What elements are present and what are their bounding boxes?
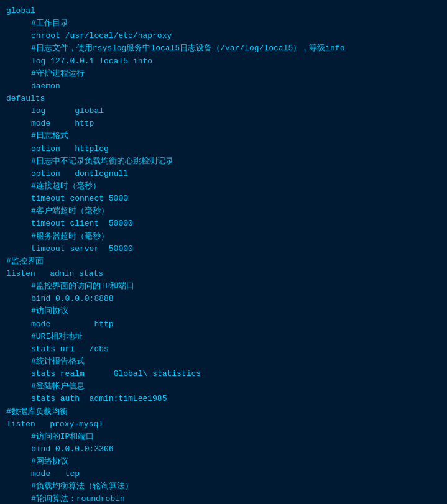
config-line: log global [6, 105, 441, 117]
config-line: chroot /usr/local/etc/haproxy [6, 30, 441, 42]
config-line: defaults [6, 93, 441, 105]
config-line: #工作目录 [6, 17, 441, 30]
config-line: #访问的IP和端口 [6, 431, 441, 443]
config-line: stats realm Global\ statistics [6, 368, 441, 380]
config-line: #URI相对地址 [6, 331, 441, 343]
config-line: #客户端超时（毫秒） [6, 205, 441, 218]
config-line: #守护进程运行 [6, 68, 441, 80]
config-line: #日志文件，使用rsyslog服务中local5日志设备（/var/log/lo… [6, 42, 441, 55]
config-line: option dontlognull [6, 168, 441, 180]
config-line: #监控界面 [6, 255, 441, 268]
config-line: global [6, 5, 441, 17]
config-line: daemon [6, 80, 441, 93]
config-line: stats auth admin:timLee1985 [6, 393, 441, 405]
config-line: log 127.0.0.1 local5 info [6, 55, 441, 68]
config-line: option httplog [6, 143, 441, 155]
config-line: timeout server 50000 [6, 243, 441, 255]
config-line: #监控界面的访问的IP和端口 [6, 280, 441, 293]
config-content: global#工作目录chroot /usr/local/etc/haproxy… [6, 5, 441, 504]
config-line: timeout client 50000 [6, 218, 441, 230]
config-line: timeout connect 5000 [6, 193, 441, 205]
config-line: #负载均衡算法（轮询算法） [6, 480, 441, 493]
config-line: #轮询算法：roundrobin [6, 493, 441, 504]
config-line: mode http [6, 318, 441, 331]
config-line: stats uri /dbs [6, 343, 441, 355]
config-line: #网络协议 [6, 456, 441, 468]
config-line: #登陆帐户信息 [6, 380, 441, 393]
config-line: #数据库负载均衡 [6, 406, 441, 418]
config-line: mode tcp [6, 468, 441, 480]
config-line: mode http [6, 117, 441, 130]
config-line: #访问协议 [6, 305, 441, 318]
config-line: #统计报告格式 [6, 355, 441, 368]
config-line: bind 0.0.0.0:8888 [6, 293, 441, 305]
config-line: listen admin_stats [6, 268, 441, 280]
config-line: #日志格式 [6, 130, 441, 142]
config-line: listen proxy-mysql [6, 418, 441, 431]
config-line: #日志中不记录负载均衡的心跳检测记录 [6, 155, 441, 168]
config-line: #服务器超时（毫秒） [6, 231, 441, 243]
config-line: #连接超时（毫秒） [6, 180, 441, 193]
config-line: bind 0.0.0.0:3306 [6, 443, 441, 456]
